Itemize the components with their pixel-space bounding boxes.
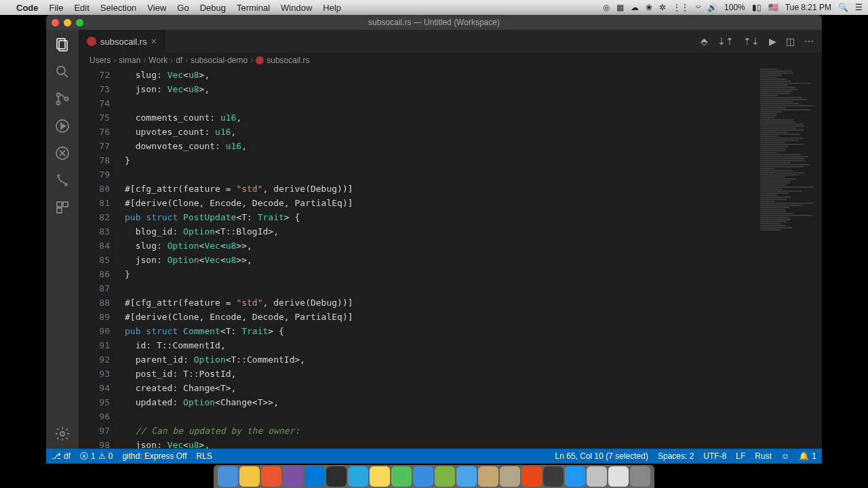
menu-debug[interactable]: Debug xyxy=(200,3,226,13)
more-icon[interactable]: ⋯ xyxy=(804,36,814,47)
language-mode[interactable]: Rust xyxy=(755,451,772,461)
dock-app-icon[interactable] xyxy=(370,466,390,487)
git-branch[interactable]: ⎇ df xyxy=(52,451,71,461)
breadcrumb-part[interactable]: subsocial-demo xyxy=(191,56,248,65)
dock-app-icon[interactable] xyxy=(326,466,347,487)
svg-rect-10 xyxy=(57,208,62,213)
minimap[interactable] xyxy=(754,68,822,449)
status-icon[interactable]: ✲ xyxy=(659,3,666,12)
volume-icon[interactable]: 🔊 xyxy=(707,3,717,12)
breadcrumb-part[interactable]: df xyxy=(176,56,182,65)
menu-window[interactable]: Window xyxy=(281,3,312,13)
dock-app-icon[interactable] xyxy=(348,466,368,487)
svg-point-4 xyxy=(57,102,60,105)
gear-icon[interactable] xyxy=(53,424,72,443)
menu-go[interactable]: Go xyxy=(177,3,189,13)
split-editor-icon[interactable]: ◫ xyxy=(786,36,795,47)
app-name[interactable]: Code xyxy=(16,3,39,13)
status-icon[interactable]: ❀ xyxy=(646,3,652,12)
status-icon[interactable]: ⋮⋮ xyxy=(673,3,689,12)
dock-app-icon[interactable] xyxy=(500,466,520,487)
activity-bar xyxy=(46,30,79,449)
breadcrumb-file[interactable]: subsocail.rs xyxy=(267,56,309,65)
dock-app-icon[interactable] xyxy=(435,466,455,487)
editor-area: subsocail.rs × ⬘ ⇣⇡ ⇡⇣ ▶ ◫ ⋯ Users› sima… xyxy=(79,30,822,449)
notifications[interactable]: 🔔 1 xyxy=(799,451,816,461)
explorer-icon[interactable] xyxy=(53,35,72,54)
menu-view[interactable]: View xyxy=(147,3,166,13)
battery-icon[interactable]: ▮▯ xyxy=(752,3,762,12)
dock-app-icon[interactable] xyxy=(456,466,477,487)
dock-app-icon[interactable] xyxy=(630,466,650,487)
macos-dock xyxy=(0,464,868,488)
dock-app-icon[interactable] xyxy=(587,466,607,487)
dock-app-icon[interactable] xyxy=(565,466,585,487)
status-icon[interactable]: ◎ xyxy=(603,3,610,12)
status-icon[interactable]: ☁ xyxy=(631,3,639,12)
githd-status[interactable]: githd: Express Off xyxy=(122,451,186,461)
outline-icon[interactable] xyxy=(53,198,72,217)
window-title: subsocail.rs — Untitled (Workspace) xyxy=(46,18,822,27)
spotlight-icon[interactable]: 🔍 xyxy=(838,3,848,12)
control-center-icon[interactable]: ☰ xyxy=(855,3,863,12)
dock-app-icon[interactable] xyxy=(608,466,629,487)
dock-app-icon[interactable] xyxy=(304,466,325,487)
menu-file[interactable]: File xyxy=(50,3,64,13)
source-control-icon[interactable] xyxy=(53,89,72,108)
cursor-position[interactable]: Ln 65, Col 10 (7 selected) xyxy=(555,451,648,461)
problems[interactable]: ⓧ 1 ⚠ 0 xyxy=(80,451,113,462)
indent[interactable]: Spaces: 2 xyxy=(658,451,694,461)
extensions-icon[interactable] xyxy=(53,144,72,163)
close-icon[interactable] xyxy=(52,19,59,26)
traffic-lights xyxy=(52,19,83,26)
dock-app-icon[interactable] xyxy=(543,466,564,487)
menu-edit[interactable]: Edit xyxy=(74,3,89,13)
status-icon[interactable]: ▦ xyxy=(616,3,624,12)
line-gutter: 7273747576777879808182838485868788899091… xyxy=(79,68,122,449)
dock-app-icon[interactable] xyxy=(239,466,260,487)
clock[interactable]: Tue 8:21 PM xyxy=(785,3,831,12)
diff-icon[interactable]: ⬘ xyxy=(701,36,708,47)
encoding[interactable]: UTF-8 xyxy=(703,451,726,461)
git-diff-icon[interactable] xyxy=(53,171,72,190)
window-titlebar[interactable]: subsocail.rs — Untitled (Workspace) xyxy=(46,15,822,30)
menu-selection[interactable]: Selection xyxy=(100,3,136,13)
breadcrumb-part[interactable]: siman xyxy=(119,56,140,65)
tab-bar: subsocail.rs × ⬘ ⇣⇡ ⇡⇣ ▶ ◫ ⋯ xyxy=(79,30,822,53)
vscode-window: subsocail.rs — Untitled (Workspace) xyxy=(46,15,822,464)
dock-app-icon[interactable] xyxy=(261,466,281,487)
rust-file-icon xyxy=(256,56,264,64)
rls-status[interactable]: RLS xyxy=(197,451,212,461)
push-icon[interactable]: ⇡⇣ xyxy=(743,36,760,47)
minimize-icon[interactable] xyxy=(64,19,71,26)
close-tab-icon[interactable]: × xyxy=(151,36,157,47)
dock-app-icon[interactable] xyxy=(391,466,412,487)
feedback-icon[interactable]: ☺ xyxy=(781,451,789,461)
wifi-icon[interactable]: ⌔ xyxy=(696,3,701,12)
menu-help[interactable]: Help xyxy=(323,3,341,13)
battery-text[interactable]: 100% xyxy=(724,3,745,12)
dock-app-icon[interactable] xyxy=(283,466,303,487)
dock-app-icon[interactable] xyxy=(218,466,238,487)
search-icon[interactable] xyxy=(53,62,72,81)
menu-terminal[interactable]: Terminal xyxy=(237,3,270,13)
code-content[interactable]: slug: Vec<u8>, json: Vec<u8>, comments_c… xyxy=(122,68,822,449)
debug-icon[interactable] xyxy=(53,117,72,136)
breadcrumb[interactable]: Users› siman› Work› df› subsocial-demo› … xyxy=(79,53,822,68)
run-icon[interactable]: ▶ xyxy=(769,36,776,47)
dock-app-icon[interactable] xyxy=(478,466,498,487)
code-editor[interactable]: 7273747576777879808182838485868788899091… xyxy=(79,68,822,449)
fullscreen-icon[interactable] xyxy=(76,19,83,26)
svg-rect-9 xyxy=(63,202,68,207)
editor-tab[interactable]: subsocail.rs × xyxy=(79,30,165,53)
dock-app-icon[interactable] xyxy=(413,466,433,487)
breadcrumb-part[interactable]: Work xyxy=(149,56,167,65)
pull-icon[interactable]: ⇣⇡ xyxy=(717,36,734,47)
flag-icon[interactable]: 🇺🇸 xyxy=(768,3,778,12)
breadcrumb-part[interactable]: Users xyxy=(90,56,111,65)
eol[interactable]: LF xyxy=(736,451,745,461)
tab-label: subsocail.rs xyxy=(100,37,147,47)
svg-point-11 xyxy=(60,432,64,436)
macos-menubar: Code File Edit Selection View Go Debug T… xyxy=(0,0,868,15)
dock-app-icon[interactable] xyxy=(521,466,542,487)
